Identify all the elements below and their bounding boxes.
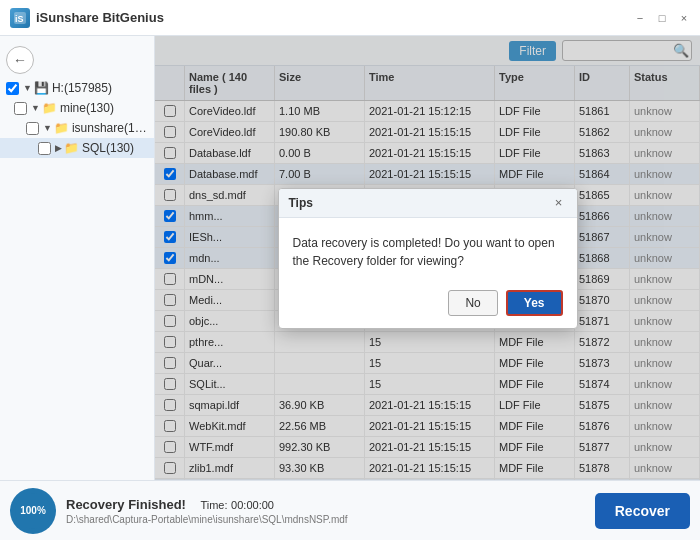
dialog-body: Data recovery is completed! Do you want … xyxy=(279,218,577,282)
bottom-bar: 100% Recovery Finished! Time: 00:00:00 D… xyxy=(0,480,700,540)
yes-button[interactable]: Yes xyxy=(506,290,563,316)
folder-icon-3: 📁 xyxy=(64,141,79,155)
progress-circle: 100% xyxy=(10,488,56,534)
content-area: Filter 🔍 Name ( 140 files ) Size Time Ty… xyxy=(155,36,700,480)
sidebar-checkbox-isunshare[interactable] xyxy=(26,122,39,135)
app-logo: iS xyxy=(10,8,30,28)
close-button[interactable]: × xyxy=(676,10,692,26)
bottom-info: Recovery Finished! Time: 00:00:00 D:\sha… xyxy=(66,497,585,525)
sidebar: ← ▼ 💾 H:(157985) ▼ 📁 mine(130) ▼ 📁 isuns… xyxy=(0,36,155,480)
chevron-down-icon-2: ▼ xyxy=(43,123,52,133)
dialog-close-button[interactable]: × xyxy=(551,195,567,211)
sidebar-checkbox-mine[interactable] xyxy=(14,102,27,115)
svg-text:iS: iS xyxy=(15,14,24,24)
sidebar-label-isunshare: isunshare(130) xyxy=(72,121,148,135)
time-value: 00:00:00 xyxy=(231,499,274,511)
folder-icon: 📁 xyxy=(42,101,57,115)
sidebar-checkbox-drive[interactable] xyxy=(6,82,19,95)
recover-button[interactable]: Recover xyxy=(595,493,690,529)
tips-dialog: Tips × Data recovery is completed! Do yo… xyxy=(278,188,578,329)
app-title: iSunshare BitGenius xyxy=(36,10,164,25)
dialog-title: Tips xyxy=(289,196,313,210)
sidebar-label-drive: H:(157985) xyxy=(52,81,112,95)
sidebar-checkbox-sql[interactable] xyxy=(38,142,51,155)
sidebar-item-drive[interactable]: ▼ 💾 H:(157985) xyxy=(0,78,154,98)
dialog-buttons: No Yes xyxy=(279,282,577,328)
dialog-overlay: Tips × Data recovery is completed! Do yo… xyxy=(155,36,700,480)
title-bar: iS iSunshare BitGenius − □ × xyxy=(0,0,700,36)
recovery-status: Recovery Finished! Time: 00:00:00 xyxy=(66,497,585,512)
sidebar-item-sql[interactable]: ▶ 📁 SQL(130) xyxy=(0,138,154,158)
sidebar-item-mine[interactable]: ▼ 📁 mine(130) xyxy=(0,98,154,118)
dialog-header: Tips × xyxy=(279,189,577,218)
dialog-message: Data recovery is completed! Do you want … xyxy=(293,236,555,268)
sidebar-item-isunshare[interactable]: ▼ 📁 isunshare(130) xyxy=(0,118,154,138)
progress-value: 100% xyxy=(15,493,51,529)
main-layout: ← ▼ 💾 H:(157985) ▼ 📁 mine(130) ▼ 📁 isuns… xyxy=(0,36,700,480)
back-button[interactable]: ← xyxy=(6,46,34,74)
no-button[interactable]: No xyxy=(448,290,497,316)
recovery-path: D:\shared\Captura-Portable\mine\isunshar… xyxy=(66,514,496,525)
chevron-down-icon: ▼ xyxy=(23,83,32,93)
window-controls: − □ × xyxy=(632,0,692,35)
status-label: Recovery Finished! xyxy=(66,497,186,512)
drive-icon: 💾 xyxy=(34,81,49,95)
sidebar-label-mine: mine(130) xyxy=(60,101,114,115)
restore-button[interactable]: □ xyxy=(654,10,670,26)
time-label: Time: xyxy=(200,499,227,511)
chevron-right-icon-2: ▶ xyxy=(55,143,62,153)
chevron-right-icon: ▼ xyxy=(31,103,40,113)
sidebar-label-sql: SQL(130) xyxy=(82,141,134,155)
minimize-button[interactable]: − xyxy=(632,10,648,26)
folder-icon-2: 📁 xyxy=(54,121,69,135)
